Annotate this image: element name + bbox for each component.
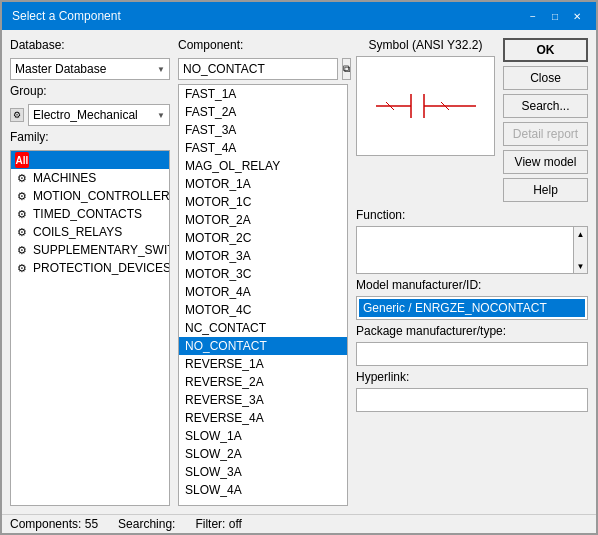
group-value: Electro_Mechanical	[33, 108, 138, 122]
database-label: Database:	[10, 38, 170, 52]
package-label: Package manufacturer/type:	[356, 324, 588, 338]
component-item[interactable]: FAST_4A	[179, 139, 347, 157]
searching-label: Searching:	[118, 517, 175, 531]
component-item[interactable]: REVERSE_3A	[179, 391, 347, 409]
middle-panel: Component: ⧉ FAST_1AFAST_2AFAST_3AFAST_4…	[178, 38, 348, 506]
search-button[interactable]: Search...	[503, 94, 588, 118]
function-label: Function:	[356, 208, 588, 222]
component-item[interactable]: MOTOR_2A	[179, 211, 347, 229]
right-section: Symbol (ANSI Y32.2)	[356, 38, 588, 506]
dialog-title: Select a Component	[12, 9, 121, 23]
component-item[interactable]: MOTOR_2C	[179, 229, 347, 247]
model-box: Generic / ENRGZE_NOCONTACT	[356, 296, 588, 320]
status-bar: Components: 55 Searching: Filter: off	[2, 514, 596, 533]
component-item[interactable]: MOTOR_4A	[179, 283, 347, 301]
button-panel: OK Close Search... Detail report View mo…	[503, 38, 588, 202]
function-scrollbar[interactable]: ▲ ▼	[573, 227, 587, 273]
group-arrow-icon: ▼	[157, 111, 165, 120]
group-row: ⚙ Electro_Mechanical ▼	[10, 104, 170, 126]
component-item[interactable]: MOTOR_1A	[179, 175, 347, 193]
group-select[interactable]: Electro_Mechanical ▼	[28, 104, 170, 126]
help-button[interactable]: Help	[503, 178, 588, 202]
database-value: Master Database	[15, 62, 106, 76]
close-title-button[interactable]: ✕	[568, 8, 586, 24]
component-item[interactable]: MOTOR_1C	[179, 193, 347, 211]
component-item[interactable]: SLOW_3A	[179, 463, 347, 481]
maximize-button[interactable]: □	[546, 8, 564, 24]
component-input[interactable]	[178, 58, 338, 80]
symbol-title: Symbol (ANSI Y32.2)	[356, 38, 495, 52]
function-scroll-down[interactable]: ▼	[574, 259, 587, 273]
hyperlink-label: Hyperlink:	[356, 370, 588, 384]
group-label: Group:	[10, 84, 170, 98]
component-item[interactable]: REVERSE_2A	[179, 373, 347, 391]
filter-button[interactable]: ⧉	[342, 58, 351, 80]
view-model-button[interactable]: View model	[503, 150, 588, 174]
component-item[interactable]: SLOW_1A	[179, 427, 347, 445]
database-arrow-icon: ▼	[157, 65, 165, 74]
family-item[interactable]: ⚙SUPPLEMENTARY_SWITC	[11, 241, 169, 259]
title-bar-controls: − □ ✕	[524, 8, 586, 24]
database-select[interactable]: Master Database ▼	[10, 58, 170, 80]
components-count: Components: 55	[10, 517, 98, 531]
component-item[interactable]: REVERSE_4A	[179, 409, 347, 427]
component-item[interactable]: SLOW_2A	[179, 445, 347, 463]
minimize-button[interactable]: −	[524, 8, 542, 24]
family-item[interactable]: All	[11, 151, 169, 169]
component-item[interactable]: MOTOR_3C	[179, 265, 347, 283]
function-box: ▲ ▼	[356, 226, 588, 274]
symbol-svg	[366, 76, 486, 136]
component-list[interactable]: FAST_1AFAST_2AFAST_3AFAST_4AMAG_OL_RELAY…	[179, 85, 347, 505]
component-header: ⧉	[178, 58, 348, 80]
component-item[interactable]: REVERSE_1A	[179, 355, 347, 373]
component-label: Component:	[178, 38, 348, 52]
family-item[interactable]: ⚙PROTECTION_DEVICES	[11, 259, 169, 277]
family-item[interactable]: ⚙MOTION_CONTROLLERS	[11, 187, 169, 205]
title-bar: Select a Component − □ ✕	[2, 2, 596, 30]
component-item[interactable]: MAG_OL_RELAY	[179, 157, 347, 175]
family-item[interactable]: ⚙TIMED_CONTACTS	[11, 205, 169, 223]
component-item[interactable]: NC_CONTACT	[179, 319, 347, 337]
model-value: Generic / ENRGZE_NOCONTACT	[359, 299, 585, 317]
function-scroll-up[interactable]: ▲	[574, 227, 587, 241]
family-list[interactable]: All⚙MACHINES⚙MOTION_CONTROLLERS⚙TIMED_CO…	[10, 150, 170, 506]
family-item[interactable]: ⚙MACHINES	[11, 169, 169, 187]
family-item[interactable]: ⚙COILS_RELAYS	[11, 223, 169, 241]
left-panel: Database: Master Database ▼ Group: ⚙ Ele…	[10, 38, 170, 506]
component-item[interactable]: FAST_1A	[179, 85, 347, 103]
ok-button[interactable]: OK	[503, 38, 588, 62]
package-box	[356, 342, 588, 366]
symbol-box	[356, 56, 495, 156]
top-right: Symbol (ANSI Y32.2)	[356, 38, 588, 202]
symbol-panel: Symbol (ANSI Y32.2)	[356, 38, 495, 202]
close-button[interactable]: Close	[503, 66, 588, 90]
select-component-dialog: Select a Component − □ ✕ Database: Maste…	[0, 0, 598, 535]
component-item[interactable]: FAST_3A	[179, 121, 347, 139]
group-icon: ⚙	[10, 108, 24, 122]
component-item[interactable]: MOTOR_4C	[179, 301, 347, 319]
component-item[interactable]: NO_CONTACT	[179, 337, 347, 355]
detail-report-button: Detail report	[503, 122, 588, 146]
detail-fields: Function: ▲ ▼ Model manufacturer/ID: Gen…	[356, 208, 588, 412]
component-item[interactable]: FAST_2A	[179, 103, 347, 121]
hyperlink-box	[356, 388, 588, 412]
component-item[interactable]: SLOW_4A	[179, 481, 347, 499]
model-label: Model manufacturer/ID:	[356, 278, 588, 292]
component-list-wrapper: FAST_1AFAST_2AFAST_3AFAST_4AMAG_OL_RELAY…	[178, 84, 348, 506]
component-item[interactable]: MOTOR_3A	[179, 247, 347, 265]
dialog-body: Database: Master Database ▼ Group: ⚙ Ele…	[2, 30, 596, 514]
family-label: Family:	[10, 130, 170, 144]
filter-status: Filter: off	[195, 517, 241, 531]
